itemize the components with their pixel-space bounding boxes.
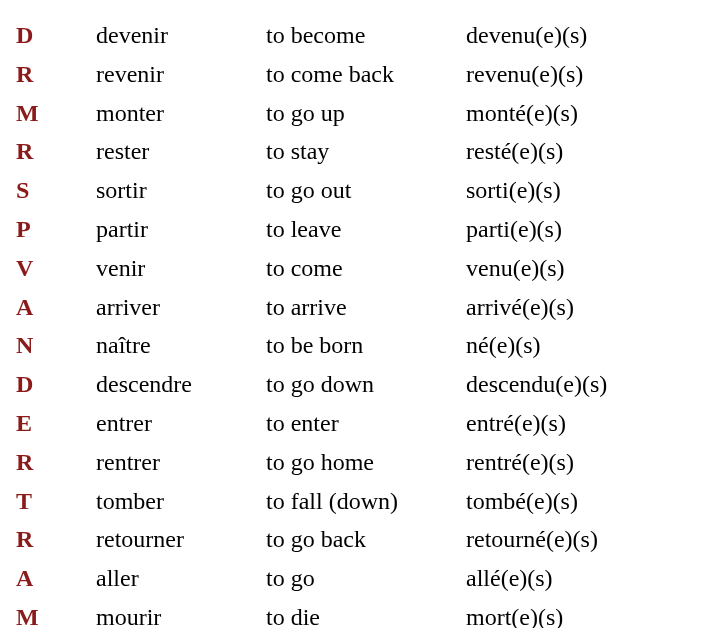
table-row: Ttomberto fall (down)tombé(e)(s)	[16, 482, 607, 521]
mnemonic-letter: P	[16, 210, 96, 249]
past-participle: devenu(e)(s)	[466, 16, 607, 55]
past-participle: resté(e)(s)	[466, 132, 607, 171]
past-participle: descendu(e)(s)	[466, 365, 607, 404]
past-participle: arrivé(e)(s)	[466, 288, 607, 327]
french-verb: rentrer	[96, 443, 266, 482]
english-translation: to go out	[266, 171, 466, 210]
french-verb: tomber	[96, 482, 266, 521]
english-translation: to leave	[266, 210, 466, 249]
table-row: Rrevenirto come backrevenu(e)(s)	[16, 55, 607, 94]
table-row: Aallerto goallé(e)(s)	[16, 559, 607, 598]
mnemonic-letter: M	[16, 94, 96, 133]
table-row: Eentrerto enterentré(e)(s)	[16, 404, 607, 443]
french-verb: mourir	[96, 598, 266, 628]
past-participle: venu(e)(s)	[466, 249, 607, 288]
table-row: Ssortirto go outsorti(e)(s)	[16, 171, 607, 210]
english-translation: to be born	[266, 326, 466, 365]
english-translation: to enter	[266, 404, 466, 443]
french-verb: aller	[96, 559, 266, 598]
mnemonic-letter: V	[16, 249, 96, 288]
mnemonic-letter: R	[16, 55, 96, 94]
english-translation: to go	[266, 559, 466, 598]
english-translation: to die	[266, 598, 466, 628]
past-participle: entré(e)(s)	[466, 404, 607, 443]
past-participle: parti(e)(s)	[466, 210, 607, 249]
french-verb: partir	[96, 210, 266, 249]
english-translation: to come back	[266, 55, 466, 94]
table-row: Ddescendreto go downdescendu(e)(s)	[16, 365, 607, 404]
english-translation: to go up	[266, 94, 466, 133]
mnemonic-letter: D	[16, 16, 96, 55]
french-verb: naître	[96, 326, 266, 365]
english-translation: to go back	[266, 520, 466, 559]
table-row: Mmourirto diemort(e)(s)	[16, 598, 607, 628]
past-participle: revenu(e)(s)	[466, 55, 607, 94]
english-translation: to arrive	[266, 288, 466, 327]
mnemonic-letter: T	[16, 482, 96, 521]
mnemonic-letter: E	[16, 404, 96, 443]
table-row: Mmonterto go upmonté(e)(s)	[16, 94, 607, 133]
french-verb: descendre	[96, 365, 266, 404]
english-translation: to fall (down)	[266, 482, 466, 521]
past-participle: mort(e)(s)	[466, 598, 607, 628]
mnemonic-letter: D	[16, 365, 96, 404]
table-row: Vvenirto comevenu(e)(s)	[16, 249, 607, 288]
french-verb: arriver	[96, 288, 266, 327]
past-participle: allé(e)(s)	[466, 559, 607, 598]
verb-table: Ddevenirto becomedevenu(e)(s)Rrevenirto …	[16, 16, 607, 628]
past-participle: tombé(e)(s)	[466, 482, 607, 521]
mnemonic-letter: M	[16, 598, 96, 628]
table-row: Nnaîtreto be bornné(e)(s)	[16, 326, 607, 365]
french-verb: revenir	[96, 55, 266, 94]
past-participle: né(e)(s)	[466, 326, 607, 365]
mnemonic-letter: A	[16, 288, 96, 327]
english-translation: to stay	[266, 132, 466, 171]
english-translation: to go down	[266, 365, 466, 404]
mnemonic-letter: R	[16, 443, 96, 482]
french-verb: venir	[96, 249, 266, 288]
past-participle: rentré(e)(s)	[466, 443, 607, 482]
english-translation: to go home	[266, 443, 466, 482]
past-participle: sorti(e)(s)	[466, 171, 607, 210]
mnemonic-letter: A	[16, 559, 96, 598]
table-row: Ddevenirto becomedevenu(e)(s)	[16, 16, 607, 55]
french-verb: sortir	[96, 171, 266, 210]
mnemonic-letter: S	[16, 171, 96, 210]
mnemonic-letter: R	[16, 520, 96, 559]
table-row: Rretournerto go backretourné(e)(s)	[16, 520, 607, 559]
english-translation: to become	[266, 16, 466, 55]
table-row: Aarriverto arrivearrivé(e)(s)	[16, 288, 607, 327]
table-row: Rrentrerto go homerentré(e)(s)	[16, 443, 607, 482]
french-verb: retourner	[96, 520, 266, 559]
table-row: Ppartirto leaveparti(e)(s)	[16, 210, 607, 249]
french-verb: rester	[96, 132, 266, 171]
english-translation: to come	[266, 249, 466, 288]
table-row: Rresterto stayresté(e)(s)	[16, 132, 607, 171]
french-verb: monter	[96, 94, 266, 133]
french-verb: entrer	[96, 404, 266, 443]
mnemonic-letter: R	[16, 132, 96, 171]
past-participle: monté(e)(s)	[466, 94, 607, 133]
mnemonic-letter: N	[16, 326, 96, 365]
past-participle: retourné(e)(s)	[466, 520, 607, 559]
french-verb: devenir	[96, 16, 266, 55]
